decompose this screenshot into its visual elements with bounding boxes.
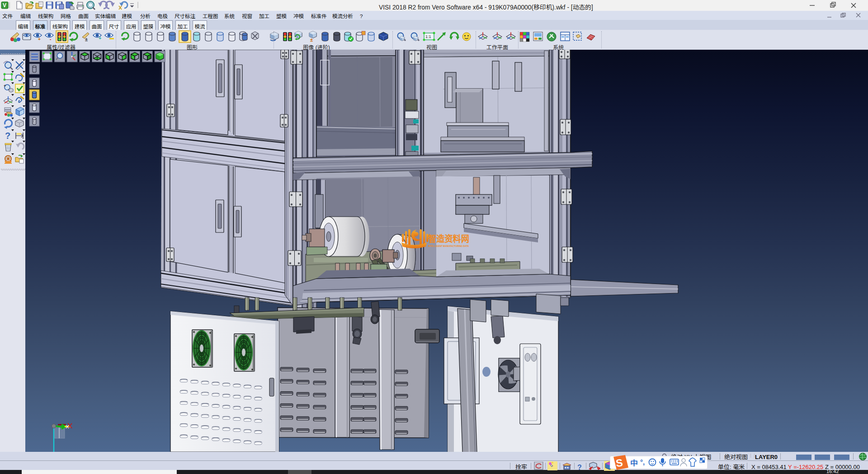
svg-text:±: ±	[310, 36, 313, 43]
svg-text:中: 中	[630, 457, 638, 468]
svg-text:1:1: 1:1	[425, 33, 431, 39]
svg-text:INTELLIGENT MANUFACTURING DATA: INTELLIGENT MANUFACTURING DATA	[428, 244, 469, 248]
svg-text:+: +	[38, 35, 41, 42]
svg-text:-: -	[50, 35, 51, 42]
svg-text:+: +	[4, 83, 6, 89]
svg-text:°,: °,	[640, 457, 645, 466]
svg-text:?: ?	[5, 128, 10, 142]
svg-text:+: +	[99, 34, 101, 41]
svg-text:智造资料网: 智造资料网	[428, 231, 469, 245]
svg-text:±: ±	[85, 35, 88, 43]
